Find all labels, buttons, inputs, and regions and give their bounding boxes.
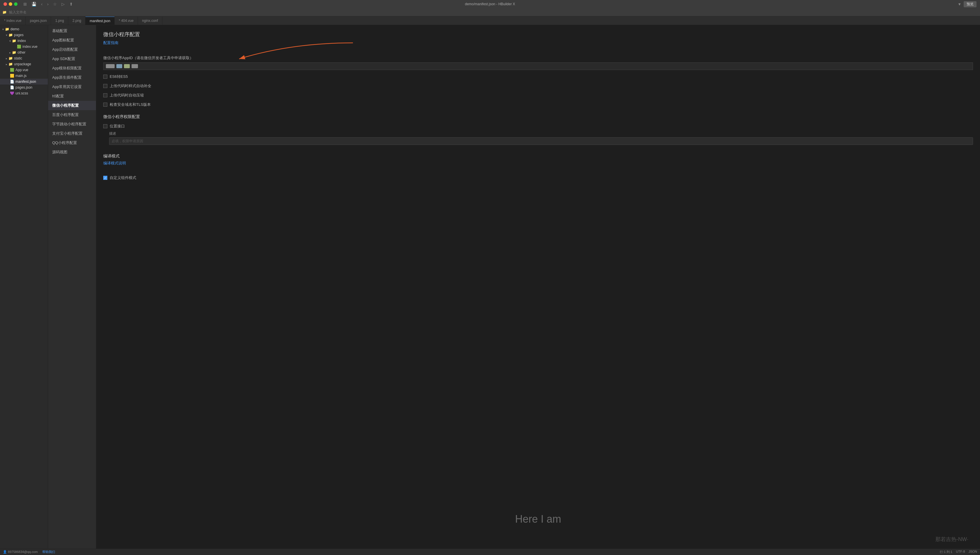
config-item-app_____[interactable]: App启动图配置 (48, 45, 96, 54)
tree-item-uni_scss[interactable]: 💜 uni.scss (0, 90, 48, 96)
tab-1_png[interactable]: 1.png (51, 17, 68, 25)
tree-item-index[interactable]: ▾ 📁 index (0, 38, 48, 44)
publish-icon[interactable]: ⬆ (68, 1, 74, 7)
appid-block-1 (106, 64, 115, 68)
translate-checkboxes-section: ✓自定义组件模式 (103, 175, 973, 180)
folder-icon: 📁 (8, 62, 13, 66)
tab-2_png[interactable]: 2.png (68, 17, 85, 25)
tree-item-label: demo (11, 27, 19, 31)
close-button[interactable] (3, 2, 7, 6)
file-type-icon: 🟩 (17, 45, 21, 49)
config-item-app__sdk__[interactable]: App SDK配置 (48, 54, 96, 64)
checkmark-icon: ✓ (104, 176, 106, 180)
chevron-icon: ▸ (9, 51, 11, 54)
config-item-h5__[interactable]: h5配置 (48, 91, 96, 101)
tree-item-demo[interactable]: ▾ 📁 demo (0, 26, 48, 32)
statusbar-right: 行:1 列:1 UTF-8 JSON (940, 550, 977, 554)
tree-item-other[interactable]: ▸ 📁 other (0, 50, 48, 55)
checkbox-0[interactable]: ES6转ES5 (103, 74, 973, 79)
page-title: 微信小程序配置 (103, 31, 973, 38)
maximize-button[interactable] (14, 2, 18, 6)
statusbar: 👤 897586834@qq.com 帮助我们 行:1 列:1 UTF-8 JS… (0, 549, 980, 555)
tree-item-index_vue[interactable]: 🟩 index.vue (0, 44, 48, 50)
permission-box-0 (103, 124, 107, 128)
config-item-_______[interactable]: 百度小程序配置 (48, 110, 96, 120)
tree-item-label: unpackage (14, 62, 31, 66)
tree-item-pages[interactable]: ▾ 📁 pages (0, 32, 48, 38)
checkbox-3[interactable]: 检查安全域名和TLS版本 (103, 102, 973, 107)
minimize-button[interactable] (9, 2, 12, 6)
config-item-____[interactable]: 基础配置 (48, 26, 96, 35)
permission-title: 微信小程序权限配置 (103, 114, 973, 120)
titlebar-nav: ⊞ 💾 ‹ › ☆ ▷ ⬆ (22, 1, 74, 7)
statusbar-format: JSON (969, 550, 977, 554)
config-item-app____[interactable]: App图标配置 (48, 35, 96, 45)
folder-icon: 📁 (12, 50, 16, 55)
tree-item-unpackage[interactable]: ▸ 📁 unpackage (0, 61, 48, 67)
user-icon: 👤 (3, 550, 7, 553)
window-title: demo/manifest.json - HBuilder X (465, 2, 515, 6)
config-item-_________[interactable]: 字节跳动小程序配置 (48, 120, 96, 129)
config-item-_______[interactable]: 微信小程序配置 (48, 101, 96, 110)
checkbox-box-2 (103, 93, 107, 97)
tree-item-label: main.js (16, 74, 27, 78)
checkboxes-section: ES6转ES5上传代码时样式自动补全上传代码时自动压缩检查安全域名和TLS版本 (103, 74, 973, 107)
checkbox-label-0: ES6转ES5 (110, 74, 128, 79)
run-icon[interactable]: ▷ (60, 1, 66, 7)
forward-icon[interactable]: › (46, 1, 50, 7)
back-icon[interactable]: ‹ (40, 1, 44, 7)
sidebar-toggle-icon[interactable]: ⊞ (22, 1, 28, 7)
config-item-app______[interactable]: App模块权限配置 (48, 64, 96, 73)
filter-icon[interactable]: ▼ (958, 2, 961, 6)
checkbox-box-1 (103, 84, 107, 88)
preview-button[interactable]: 预览 (964, 1, 977, 7)
folder-icon: 📁 (8, 56, 13, 60)
config-item-________[interactable]: 支付宝小程序配置 (48, 129, 96, 138)
help-link[interactable]: 帮助我们 (42, 550, 55, 554)
config-item-____[interactable]: 源码视图 (48, 148, 96, 157)
tree-item-manifest_json[interactable]: 📄 manifest.json (0, 79, 48, 85)
file-type-icon: 🟩 (10, 68, 14, 72)
translate-checkbox-0[interactable]: ✓自定义组件模式 (103, 175, 973, 180)
tab-nginx_conf[interactable]: nginx.conf (138, 17, 162, 25)
chevron-icon: ▾ (2, 28, 4, 31)
translate-title: 编译模式 (103, 154, 973, 159)
tree-item-label: other (18, 50, 26, 55)
tree-item-app_vue[interactable]: 🟩 App.vue (0, 67, 48, 73)
tab-manifest_json[interactable]: manifest.json (85, 17, 115, 25)
bookmark-icon[interactable]: ☆ (52, 1, 58, 7)
tree-item-label: static (14, 56, 22, 60)
tree-item-pages_json[interactable]: 📄 pages.json (0, 85, 48, 90)
guide-link[interactable]: 配置指南 (103, 40, 119, 45)
permission-input-0[interactable] (109, 137, 973, 145)
tree-item-main_js[interactable]: 🟨 main.js (0, 73, 48, 79)
appid-block-4 (132, 64, 138, 68)
tree-item-label: pages (14, 33, 24, 37)
checkbox-2[interactable]: 上传代码时自动压缩 (103, 93, 973, 98)
tabs-bar: * index.vuepages.json1.png2.pngmanifest.… (0, 16, 980, 25)
main-area: ▾ 📁 demo▾ 📁 pages▾ 📁 index🟩 index.vue▸ 📁… (0, 25, 980, 549)
checkbox-label-2: 上传代码时自动压缩 (110, 93, 144, 98)
appid-block-2 (116, 64, 122, 68)
tab-__index_vue[interactable]: * index.vue (0, 17, 26, 25)
config-item-app______[interactable]: App原生插件配置 (48, 73, 96, 82)
config-item-qq_____[interactable]: QQ小程序配置 (48, 138, 96, 148)
translate-link[interactable]: 编译模式说明 (103, 160, 126, 166)
user-email: 👤 897586834@qq.com (3, 550, 38, 554)
file-search-input[interactable] (9, 10, 978, 14)
checkbox-box-0 (103, 75, 107, 79)
titlebar-right: ▼ 预览 (958, 1, 977, 7)
save-icon[interactable]: 💾 (31, 1, 38, 7)
tree-item-label: manifest.json (16, 80, 36, 83)
checkbox-1[interactable]: 上传代码时样式自动补全 (103, 83, 973, 88)
permission-checkbox-0[interactable]: 位置接口 (103, 124, 973, 129)
tree-item-label: App.vue (16, 68, 28, 72)
tab-__404_vue[interactable]: * 404.vue (115, 17, 138, 25)
config-item-app______[interactable]: App常用其它设置 (48, 82, 96, 91)
permission-label-0: 位置接口 (110, 124, 125, 129)
tab-pages_json[interactable]: pages.json (26, 17, 51, 25)
tree-item-static[interactable]: ▸ 📁 static (0, 55, 48, 61)
tree-item-label: index (18, 39, 26, 43)
tree-item-label: index.vue (22, 45, 37, 49)
arrow-annotation (204, 42, 356, 66)
